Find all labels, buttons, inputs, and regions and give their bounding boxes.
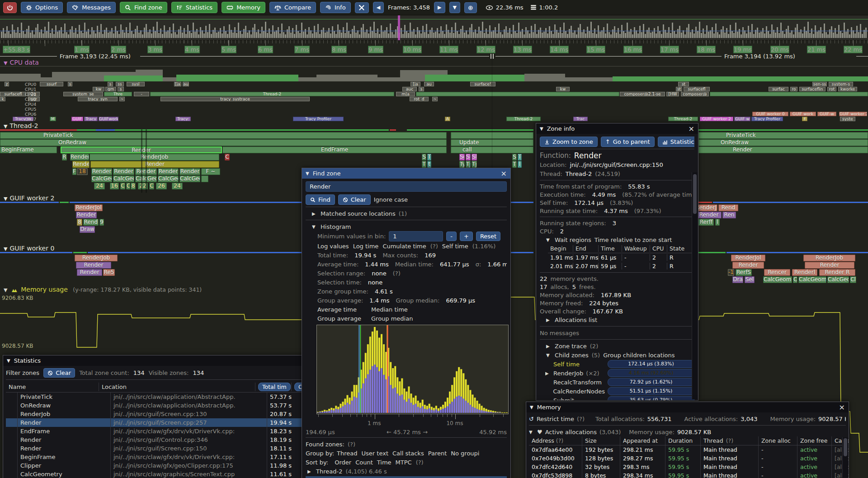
col-appeared-at[interactable]: Appeared at [620,436,665,445]
frame-dropdown-button[interactable]: ▼ [449,2,460,13]
min-bin-input[interactable]: 1 [389,231,443,241]
statistics-button[interactable]: Statistics [171,2,217,13]
find-button[interactable]: Find [306,194,335,205]
timeline-zone[interactable]: 9 [99,219,104,226]
timeline-zone[interactable]: Draw [80,226,95,233]
next-frame-button[interactable]: ▶ [434,2,445,13]
timeline-zone[interactable]: Render [696,212,722,218]
cpu-timeline-block[interactable]: s [419,87,424,91]
clear-button[interactable]: Clear [338,194,371,205]
child-zone-row[interactable]: ▶Submit 35.63 µs (0.79%) [540,396,694,401]
zoom-to-zone-button[interactable]: Zoom to zone [540,137,598,147]
timeline-zone[interactable]: RerfS [736,269,752,276]
wait-col-wakeup[interactable]: Wakeup [622,245,650,252]
active-allocations-section[interactable]: ▼ ♥ Active allocations (3,043) Memory us… [529,427,846,436]
cpu-timeline-block[interactable]: GUIF [71,117,83,121]
cpu-timeline-block[interactable]: system-s [829,82,853,86]
cpu-timeline-block[interactable]: kw [556,87,570,91]
cpu-timeline-block[interactable]: Tracy: [175,117,191,121]
zone-trace-row[interactable]: ▶Zone trace(2) [540,341,694,350]
child-zone-row[interactable]: ▶RecalcTransform 72.92 µs (1.62%) [540,378,694,387]
timeline-zone[interactable]: RenderJob [75,255,118,261]
allocations-list-row[interactable]: ▶Allocations list [540,315,694,324]
cpu-timeline-block[interactable]: surfaceflin [799,87,826,91]
timeline-zone[interactable]: -17 [728,269,734,276]
cpu-timeline-block[interactable]: au [183,82,189,86]
memory-titlebar[interactable]: ▼ Memory × [526,402,849,412]
timeline-zone[interactable]: Dra [732,276,743,283]
worker2-header[interactable]: ▼GUIF worker 2 [4,194,54,202]
cpu-timeline-block[interactable]: Tracy [84,117,98,121]
options-button[interactable]: Options [21,2,63,13]
cpu-timeline-block[interactable]: ro [790,87,797,91]
cpu-timeline-block[interactable]: ss [116,82,124,86]
cpu-timeline-block[interactable]: z [5,82,9,86]
cpu-timeline-block[interactable]: [HW [666,92,679,96]
allocation-row[interactable]: 0x7e049b3d00 128 bytes 298.27 ms 59.95 s… [529,454,846,463]
cpu-timeline-block[interactable]: s [108,82,113,86]
child-zone-row[interactable]: ▶CalcRenderNodes 51.51 µs (1.15%) [540,387,694,396]
wait-col-state[interactable]: State [667,245,690,252]
cpu-timeline-block[interactable]: kw [93,87,104,91]
found-zone-group-row[interactable]: ▶ GUIF worker 2 (3,296) 4.61 s [306,476,507,478]
found-zone-group-row[interactable]: ▶ Thread-2 (4,105) 6.46 s [306,467,507,476]
cpu-timeline-block[interactable]: auc [402,87,417,91]
min-bin-reset-button[interactable]: Reset [476,232,500,241]
timeline-zone[interactable]: l [715,219,720,226]
cpu-timeline-block[interactable]: M [50,117,56,121]
cpu-timeline-block[interactable]: kworke [838,87,857,91]
zone-statistics-button[interactable]: Statistics [658,137,694,147]
info-button[interactable]: Info [320,2,351,13]
cpu-timeline-block[interactable]: A [445,117,450,121]
wait-col-time[interactable]: Time [599,245,622,252]
cpu-timeline-block[interactable]: Thread-2 [150,92,394,96]
col-duration[interactable]: Duration [665,436,701,445]
close-icon[interactable]: × [839,404,845,411]
cpu-timeline-block[interactable]: syste [840,117,855,121]
cpu-timeline-block[interactable]: GUIF worker 0 [752,112,788,116]
cpu-timeline-block[interactable] [416,92,619,96]
frame-bar[interactable]: Frame 3,193 (22.45 ms) Frame 3,194 (13.9… [0,53,868,60]
timeline-zone[interactable]: Render R [819,269,855,276]
cpu-timeline-block[interactable]: GUIF-w [817,112,836,116]
cpu-timeline-block[interactable]: tracy_systrace [160,97,310,101]
memory-usage-header[interactable]: ▼ ▲▲ Memory usage (y-range: 178.27 KB, v… [4,286,202,293]
stats-col-location[interactable]: Location [99,383,255,391]
cpu-timeline-block[interactable]: Tracy Profiler [751,117,783,121]
goto-frame-button[interactable]: ⊕ [464,2,477,13]
stats-col-total-time[interactable]: Total tim [258,383,291,391]
zone-info-titlebar[interactable]: ▼ Zone info × [536,123,698,134]
find-zone-query-input[interactable]: Render [306,181,507,192]
timeline-zone[interactable]: Render [76,212,97,218]
timeline-zone[interactable]: CalcGeomet [798,276,826,283]
cpu-timeline-block[interactable]: Trac [573,117,588,121]
cpu-timeline-block[interactable]: GUIFwork [99,117,118,121]
cpu-timeline-block[interactable]: Thread-2 [668,117,698,121]
timeline-zone[interactable]: Render [77,269,102,276]
cpu-timeline-block[interactable]: st [676,87,682,91]
col-thread[interactable]: Thread (?) [701,436,759,445]
stats-col-name[interactable]: Name [6,383,99,391]
worker0-header[interactable]: ▼GUIF worker 0 [4,245,54,252]
allocation-row[interactable]: 0x7dfaa64e00 192 bytes 298.21 ms 59.95 s… [529,445,846,454]
cpu-timeline-block[interactable]: GUIF worker 2 [839,112,867,116]
col-size[interactable]: Size [582,436,620,445]
frames-minimap[interactable] [0,15,868,41]
timeline-zone[interactable]: Rend [718,204,738,211]
memory-scrollbar[interactable] [842,437,848,478]
cpu-timeline-block[interactable]: surfacefl [0,92,26,96]
cpu-timeline-block[interactable]: Tracy Profiler [293,117,344,121]
timeline-zone[interactable]: Re5 [103,269,115,276]
cpu-timeline-block[interactable]: s [118,87,124,91]
timeline-zone[interactable]: Rencer [764,269,790,276]
timeline-zone[interactable]: Cl [850,276,856,283]
matched-locations-row[interactable]: ▶ Matched source locations (1) [306,209,507,218]
timeline-zone[interactable]: Ren [722,212,736,218]
cpu-timeline-block[interactable]: composer@2.1-se [620,92,665,96]
min-bin-plus-button[interactable]: + [460,232,473,241]
cpu-timeline-block[interactable]: Thread-2 [506,117,541,121]
tools-button[interactable] [355,2,369,13]
timeline-zone[interactable]: Rend [83,219,99,226]
timeline-zone[interactable]: RenderJob [803,255,855,261]
cpu-timeline-block[interactable]: GUIF worker 2 [700,117,733,121]
